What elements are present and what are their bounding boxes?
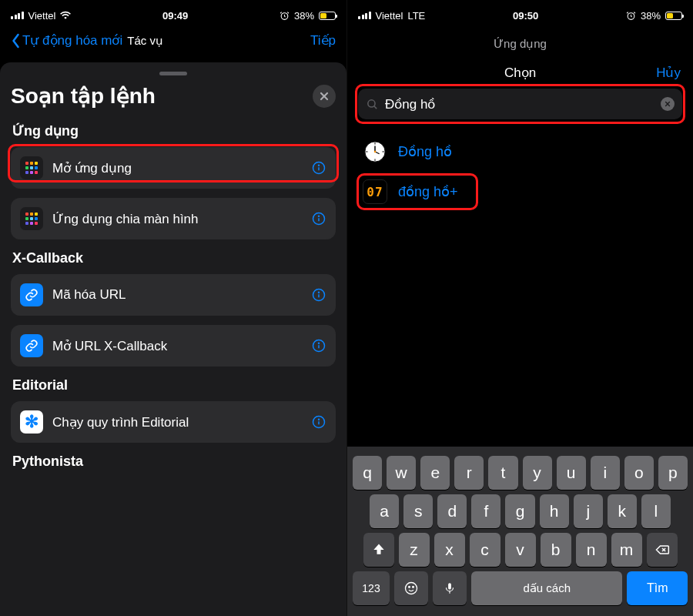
svg-point-14 [319,343,320,343]
emoji-icon [403,581,419,596]
action-label: Mở URL X-Callback [52,338,167,354]
key-e[interactable]: e [420,456,450,490]
svg-point-35 [409,587,410,588]
svg-point-19 [368,99,375,106]
key-x[interactable]: x [434,533,465,567]
key-g[interactable]: g [505,494,534,528]
svg-point-17 [319,419,320,420]
left-screenshot: Viettel 09:49 38% Tự động hóa mới Tác vụ… [0,0,346,616]
alarm-icon [626,11,636,21]
picker-nav: Chọn Hủy [347,59,693,89]
key-d[interactable]: d [437,494,467,528]
editorial-app-icon: ✻ [20,410,43,434]
status-time: 09:50 [513,10,538,22]
key-q[interactable]: q [353,456,382,490]
status-time: 09:49 [162,10,188,22]
key-b[interactable]: b [541,533,571,567]
action-open-app[interactable]: Mở ứng dụng [11,147,336,189]
close-button[interactable] [313,85,336,108]
key-m[interactable]: m [611,533,642,567]
cancel-button[interactable]: Hủy [642,65,681,81]
svg-point-34 [406,583,417,594]
info-icon[interactable] [311,338,326,353]
carrier-label: Viettel [28,10,56,22]
key-l[interactable]: l [641,494,671,528]
battery-icon [319,12,336,20]
search-field[interactable] [358,89,682,119]
info-icon[interactable] [311,414,326,430]
info-icon[interactable] [311,287,326,303]
action-encode-url[interactable]: Mã hóa URL [11,274,336,316]
battery-pct: 38% [641,10,661,22]
status-bar: Viettel 09:49 38% [0,6,346,25]
picker-title: Chọn [398,65,642,81]
key-j[interactable]: j [574,494,603,528]
key-i[interactable]: i [591,456,620,490]
picker-subtitle: Ứng dụng [347,37,693,51]
numbers-key[interactable]: 123 [353,571,390,605]
return-key[interactable]: Tìm [627,571,688,605]
emoji-key[interactable] [394,571,428,605]
keyboard-row-bottom: 123 dấu cách Tìm [353,571,688,605]
shift-key[interactable] [363,533,394,567]
close-icon [319,91,330,102]
key-p[interactable]: p [658,456,688,490]
key-o[interactable]: o [624,456,654,490]
key-v[interactable]: v [505,533,536,567]
svg-point-11 [319,292,320,293]
chevron-left-icon [11,33,21,49]
group-xcallback-label: X-Callback [12,250,336,266]
group-pythonista-label: Pythonista [12,454,336,470]
backspace-icon [654,542,670,557]
info-icon[interactable] [311,160,326,176]
battery-pct: 38% [294,10,314,22]
key-t[interactable]: t [488,456,517,490]
sheet-title: Soạn tập lệnh [11,83,156,109]
clear-search-button[interactable] [661,97,675,111]
key-w[interactable]: w [387,456,416,490]
key-u[interactable]: u [557,456,586,490]
backspace-key[interactable] [647,533,678,567]
key-h[interactable]: h [540,494,569,528]
sheet-grabber[interactable] [159,72,187,75]
result-clock-plus-app[interactable]: 07 đồng hồ+ [350,172,475,212]
keyboard-row-3: zxcvbnm [353,533,688,567]
key-a[interactable]: a [370,494,399,528]
key-z[interactable]: z [399,533,430,567]
action-label: Mở ứng dụng [52,160,132,176]
result-label: đồng hồ+ [398,183,458,200]
action-label: Chạy quy trình Editorial [52,414,189,430]
battery-icon [665,12,682,20]
network-label: LTE [407,10,425,22]
key-r[interactable]: r [454,456,484,490]
group-apps-label: Ứng dụng [12,122,336,139]
nav-bar: Tự động hóa mới Tác vụ Tiếp [0,25,346,58]
keyboard: qwertyuiop asdfghjkl zxcvbnm 123 [347,447,693,616]
key-f[interactable]: f [471,494,500,528]
action-split-screen[interactable]: Ứng dụng chia màn hình [11,198,336,239]
space-key[interactable]: dấu cách [471,571,622,605]
svg-line-20 [374,105,377,108]
key-n[interactable]: n [576,533,607,567]
action-label: Mã hóa URL [52,287,126,303]
action-open-url-xcallback[interactable]: Mở URL X-Callback [11,325,336,367]
right-screenshot: Viettel LTE 09:50 38% Ứng dụng Chọn Hủy [346,0,693,616]
result-clock-app[interactable]: Đồng hồ [350,132,690,172]
key-s[interactable]: s [403,494,433,528]
next-button[interactable]: Tiếp [310,32,336,49]
key-c[interactable]: c [470,533,500,567]
compose-sheet: Soạn tập lệnh Ứng dụng Mở ứng dụng Ứng d… [0,62,346,616]
info-icon[interactable] [311,211,326,226]
dictation-key[interactable] [433,571,467,605]
apps-grid-icon [20,156,43,179]
nav-title: Tác vụ [127,34,163,48]
key-y[interactable]: y [523,456,552,490]
key-k[interactable]: k [608,494,637,528]
carrier-label: Viettel [376,10,403,22]
action-label: Ứng dụng chia màn hình [52,211,199,227]
action-run-editorial[interactable]: ✻ Chạy quy trình Editorial [11,401,336,443]
back-button[interactable]: Tự động hóa mới [11,32,122,49]
search-input[interactable] [385,96,654,112]
svg-rect-37 [448,583,451,589]
result-label: Đồng hồ [398,143,452,160]
